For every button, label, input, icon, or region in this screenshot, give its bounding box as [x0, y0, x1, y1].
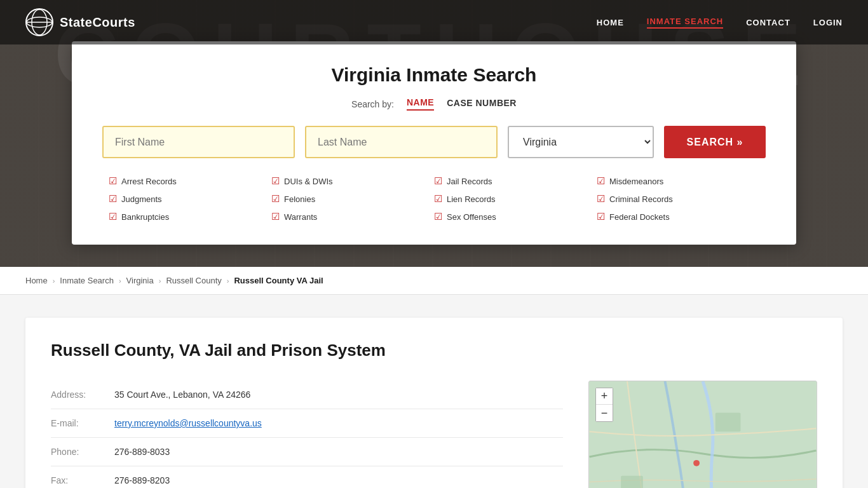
breadcrumb-inmate-search[interactable]: Inmate Search: [60, 276, 114, 285]
content-area: Russell County, VA Jail and Prison Syste…: [0, 295, 868, 488]
feature-label: Jail Records: [447, 177, 492, 186]
info-label-phone: Phone:: [51, 447, 114, 457]
feature-label: Judgments: [121, 194, 162, 204]
nav-links: HOME INMATE SEARCH CONTACT LOGIN: [597, 17, 843, 29]
breadcrumb-sep-4: ›: [227, 277, 229, 285]
check-icon: ☑: [597, 175, 605, 187]
info-value-fax: 276-889-8203: [114, 475, 170, 485]
feature-label: Federal Dockets: [609, 212, 670, 222]
check-icon: ☑: [271, 193, 280, 205]
info-label-address: Address:: [51, 390, 114, 400]
map-zoom-out[interactable]: −: [596, 405, 613, 421]
info-row-phone: Phone: 276-889-8033: [51, 438, 563, 466]
search-by-label: Search by:: [351, 99, 394, 109]
logo-icon: [25, 8, 53, 36]
breadcrumb-current: Russell County VA Jail: [234, 276, 323, 285]
content-card: Russell County, VA Jail and Prison Syste…: [25, 318, 843, 488]
feature-label: Bankruptcies: [121, 212, 169, 222]
content-title: Russell County, VA Jail and Prison Syste…: [51, 341, 817, 360]
info-value-address: 35 Court Ave., Lebanon, VA 24266: [114, 390, 250, 400]
feature-label: Criminal Records: [609, 194, 673, 204]
nav-home[interactable]: HOME: [597, 18, 624, 27]
feature-label: Misdemeanors: [609, 177, 663, 186]
breadcrumb-sep-1: ›: [53, 277, 55, 285]
feature-federal-dockets: ☑ Federal Dockets: [597, 209, 759, 224]
info-value-phone: 276-889-8033: [114, 447, 170, 457]
feature-duis-dwis: ☑ DUIs & DWIs: [271, 173, 434, 189]
info-row-address: Address: 35 Court Ave., Lebanon, VA 2426…: [51, 381, 563, 409]
feature-label: Felonies: [284, 194, 315, 204]
breadcrumb-sep-3: ›: [159, 277, 161, 285]
check-icon: ☑: [271, 211, 280, 222]
breadcrumb: Home › Inmate Search › Virginia › Russel…: [0, 267, 868, 295]
tab-case-number[interactable]: CASE NUMBER: [447, 98, 517, 110]
breadcrumb-virginia[interactable]: Virginia: [126, 276, 154, 285]
feature-label: Lien Records: [447, 194, 496, 204]
info-row-fax: Fax: 276-889-8203: [51, 466, 563, 488]
map-zoom-controls: + −: [595, 388, 613, 422]
feature-criminal-records: ☑ Criminal Records: [597, 191, 759, 207]
features-grid: ☑ Arrest Records ☑ DUIs & DWIs ☑ Jail Re…: [102, 173, 766, 224]
map-container: + −: [588, 381, 817, 488]
check-icon: ☑: [434, 175, 442, 187]
logo[interactable]: StateCourts: [25, 8, 135, 36]
state-select[interactable]: Virginia: [508, 126, 654, 158]
check-icon: ☑: [597, 211, 605, 222]
breadcrumb-sep-2: ›: [119, 277, 121, 285]
info-layout: Address: 35 Court Ave., Lebanon, VA 2426…: [51, 381, 817, 488]
info-label-email: E-mail:: [51, 418, 114, 428]
search-title: Virginia Inmate Search: [102, 64, 766, 86]
feature-bankruptcies: ☑ Bankruptcies: [109, 209, 271, 224]
logo-text: StateCourts: [60, 15, 135, 30]
navbar: StateCourts HOME INMATE SEARCH CONTACT L…: [0, 0, 868, 44]
feature-warrants: ☑ Warrants: [271, 209, 434, 224]
search-by-row: Search by: NAME CASE NUMBER: [102, 97, 766, 111]
nav-login[interactable]: LOGIN: [813, 18, 843, 27]
svg-rect-6: [715, 413, 741, 432]
map-zoom-in[interactable]: +: [596, 388, 613, 405]
feature-jail-records: ☑ Jail Records: [434, 173, 597, 189]
nav-inmate-search[interactable]: INMATE SEARCH: [647, 17, 723, 29]
breadcrumb-russell-county[interactable]: Russell County: [166, 276, 221, 285]
feature-lien-records: ☑ Lien Records: [434, 191, 597, 207]
feature-label: Arrest Records: [121, 177, 177, 186]
breadcrumb-home[interactable]: Home: [25, 276, 48, 285]
map-svg: [589, 381, 817, 488]
feature-felonies: ☑ Felonies: [271, 191, 434, 207]
svg-point-5: [693, 460, 700, 466]
check-icon: ☑: [597, 193, 605, 205]
first-name-input[interactable]: [102, 126, 295, 158]
feature-sex-offenses: ☑ Sex Offenses: [434, 209, 597, 224]
info-value-email[interactable]: terry.mcreynolds@russellcountyva.us: [114, 418, 262, 428]
feature-label: DUIs & DWIs: [284, 177, 333, 186]
feature-arrest-records: ☑ Arrest Records: [109, 173, 271, 189]
info-label-fax: Fax:: [51, 475, 114, 485]
svg-rect-7: [621, 476, 643, 488]
check-icon: ☑: [109, 211, 117, 222]
search-button[interactable]: SEARCH »: [664, 126, 766, 158]
feature-misdemeanors: ☑ Misdemeanors: [597, 173, 759, 189]
search-inputs: Virginia SEARCH »: [102, 126, 766, 158]
check-icon: ☑: [109, 175, 117, 187]
check-icon: ☑: [271, 175, 280, 187]
feature-label: Sex Offenses: [447, 212, 496, 222]
feature-label: Warrants: [284, 212, 317, 222]
check-icon: ☑: [109, 193, 117, 205]
search-card: Virginia Inmate Search Search by: NAME C…: [72, 41, 796, 245]
check-icon: ☑: [434, 193, 442, 205]
check-icon: ☑: [434, 211, 442, 222]
info-table: Address: 35 Court Ave., Lebanon, VA 2426…: [51, 381, 563, 488]
last-name-input[interactable]: [305, 126, 498, 158]
tab-name[interactable]: NAME: [407, 97, 434, 111]
info-row-email: E-mail: terry.mcreynolds@russellcountyva…: [51, 409, 563, 438]
nav-contact[interactable]: CONTACT: [746, 18, 790, 27]
feature-judgments: ☑ Judgments: [109, 191, 271, 207]
